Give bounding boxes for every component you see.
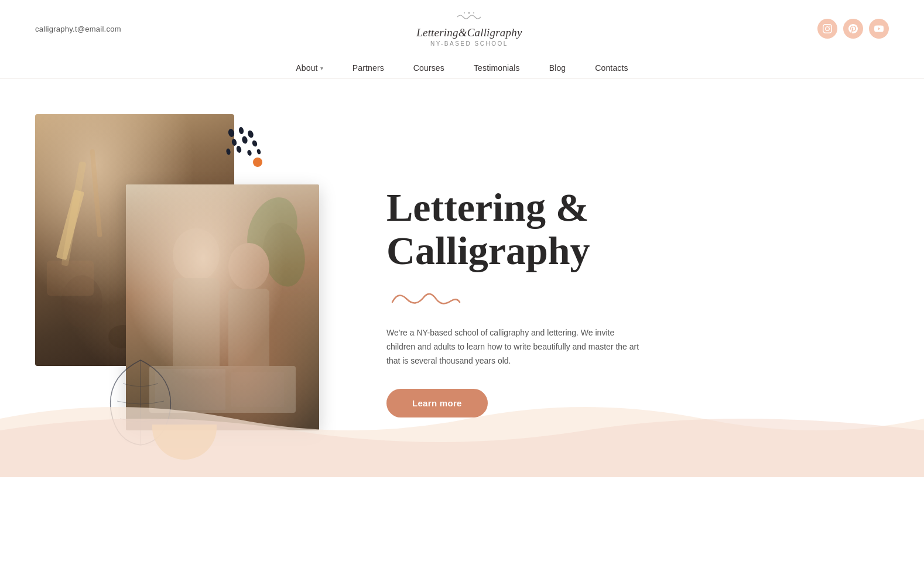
svg-point-27 xyxy=(247,149,252,156)
logo-decoration xyxy=(451,11,487,25)
svg-point-20 xyxy=(238,126,244,134)
nav-item-courses[interactable]: Courses xyxy=(413,63,444,73)
nav-item-blog[interactable]: Blog xyxy=(549,63,566,73)
pinterest-button[interactable] xyxy=(843,19,863,39)
nav-item-contacts[interactable]: Contacts xyxy=(595,63,628,73)
chevron-down-icon: ▾ xyxy=(320,65,323,71)
nav-item-about[interactable]: About ▾ xyxy=(296,63,323,73)
svg-point-19 xyxy=(227,128,235,138)
navigation: About ▾ Partners Courses Testimonials Bl… xyxy=(0,53,924,79)
svg-point-23 xyxy=(241,136,248,145)
hero-section: Lettering & Calligraphy We're a NY-based… xyxy=(0,79,924,477)
hero-images xyxy=(35,114,340,466)
header: calligraphy.t@email.com Lettering&Callig… xyxy=(0,0,924,53)
svg-rect-3 xyxy=(61,161,86,266)
email-address: calligraphy.t@email.com xyxy=(35,25,121,33)
svg-point-14 xyxy=(228,243,269,290)
svg-point-12 xyxy=(173,228,220,281)
svg-point-28 xyxy=(256,149,261,155)
svg-rect-4 xyxy=(90,149,102,237)
logo[interactable]: Lettering&Calligraphy NY-based school xyxy=(416,11,522,47)
nav-item-partners[interactable]: Partners xyxy=(353,63,384,73)
swirl-decoration xyxy=(386,285,889,314)
instagram-button[interactable] xyxy=(817,19,837,39)
social-icons xyxy=(817,19,889,39)
hero-text-content: Lettering & Calligraphy We're a NY-based… xyxy=(340,162,889,418)
svg-point-0 xyxy=(468,12,470,14)
logo-subtitle: NY-based school xyxy=(430,40,508,47)
svg-point-26 xyxy=(236,145,242,153)
semicircle-decoration xyxy=(152,425,217,460)
decorative-dots xyxy=(223,126,269,173)
svg-point-22 xyxy=(231,138,237,146)
learn-more-button[interactable]: Learn more xyxy=(386,389,488,417)
svg-point-21 xyxy=(247,129,255,138)
svg-point-2 xyxy=(473,12,474,13)
svg-point-24 xyxy=(251,139,258,147)
svg-rect-8 xyxy=(47,261,94,296)
youtube-button[interactable] xyxy=(869,19,889,39)
svg-point-25 xyxy=(226,148,231,155)
hero-description: We're a NY-based school of calligraphy a… xyxy=(386,326,644,368)
hero-content: Lettering & Calligraphy We're a NY-based… xyxy=(0,79,924,477)
nav-item-testimonials[interactable]: Testimonials xyxy=(474,63,520,73)
logo-title: Lettering&Calligraphy xyxy=(416,26,522,39)
svg-rect-15 xyxy=(228,289,269,371)
svg-rect-18 xyxy=(231,372,284,407)
svg-point-1 xyxy=(464,12,465,13)
hero-title: Lettering & Calligraphy xyxy=(386,186,889,273)
svg-point-29 xyxy=(253,158,262,167)
